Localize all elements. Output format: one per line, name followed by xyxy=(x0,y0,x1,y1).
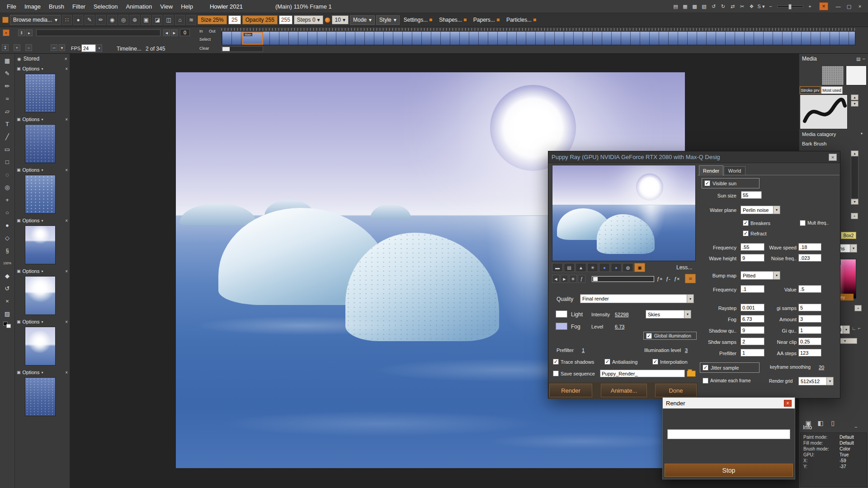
noise-freq-input[interactable] xyxy=(798,254,821,262)
near-clip-input[interactable] xyxy=(798,338,821,345)
wave-height-input[interactable] xyxy=(741,254,764,262)
tool-roundrect-icon[interactable]: □ xyxy=(2,157,13,166)
media-scrollbar[interactable] xyxy=(851,156,859,199)
render-grid-select[interactable]: 512x512 ▾ xyxy=(798,377,834,385)
done-button[interactable]: Done xyxy=(655,384,697,397)
close-icon[interactable]: × xyxy=(65,319,68,324)
style-select[interactable]: Style ▾ xyxy=(376,15,400,25)
tool-gradient-icon[interactable]: ▨ xyxy=(2,309,13,318)
zoom-slider[interactable] xyxy=(777,5,803,8)
mode-camera-icon[interactable]: ▣ xyxy=(634,263,645,272)
render-preview[interactable] xyxy=(552,165,696,261)
tool-zoom-icon[interactable]: ◎ xyxy=(2,183,13,192)
fps-input[interactable] xyxy=(81,44,96,52)
stored-thumbnail[interactable] xyxy=(25,276,56,315)
global-illumination-checkbox[interactable]: ✓ xyxy=(646,333,652,339)
stored-thumbnail[interactable] xyxy=(25,74,56,113)
remove-frame-icon[interactable]: − xyxy=(25,44,32,51)
tool-text-icon[interactable]: T xyxy=(2,119,13,128)
menu-image[interactable]: Image xyxy=(20,1,45,12)
stop-button[interactable]: Stop xyxy=(665,464,793,477)
chevron-down-icon[interactable]: ▾ xyxy=(59,44,65,51)
script-menu[interactable]: S ▾ xyxy=(756,2,766,11)
stored-thumbnail[interactable] xyxy=(25,175,56,214)
mode-sphere-icon[interactable]: ● xyxy=(599,263,610,272)
trace-shadows-checkbox[interactable]: ✓ xyxy=(553,359,559,365)
dialog-titlebar[interactable]: Puppy Ray (GPU) NVIDIA GeForce RTX 2080 … xyxy=(548,151,840,163)
box2-chip[interactable]: Box2 xyxy=(841,232,856,239)
scroll-down-icon[interactable]: ▾ xyxy=(851,199,859,205)
gi-samps-input[interactable] xyxy=(798,304,821,311)
menu-brush[interactable]: Brush xyxy=(45,1,68,12)
gem-icon[interactable]: ❖ xyxy=(747,2,756,11)
illumination-level-link[interactable]: 3 xyxy=(685,347,688,353)
angle-icon[interactable]: ∟ xyxy=(852,326,856,331)
menu-file[interactable]: File xyxy=(3,1,20,12)
less-link[interactable]: Less... xyxy=(676,264,692,271)
shapes-button[interactable]: Shapes... xyxy=(436,15,469,25)
tool-pen-icon[interactable]: ✎ xyxy=(2,69,13,78)
stored-thumbnail[interactable] xyxy=(25,377,56,416)
media-thumb-blank[interactable] xyxy=(846,66,867,85)
pen-icon[interactable]: ✎ xyxy=(85,15,94,25)
layers-icon[interactable]: ▣ xyxy=(17,168,21,172)
mode-globe-icon[interactable]: ● xyxy=(611,263,622,272)
home-icon[interactable]: ⌂ xyxy=(175,15,185,25)
chevron-down-icon[interactable]: ▾ xyxy=(41,320,43,324)
wave-button[interactable]: ≈ xyxy=(685,274,696,283)
layout-icon[interactable]: ▤ xyxy=(671,2,680,11)
new-doc-icon[interactable]: ▯ xyxy=(828,418,838,428)
raystep-input[interactable] xyxy=(741,304,764,311)
scroll-down-icon[interactable]: ▾ xyxy=(851,101,859,107)
intensity-value-link[interactable]: 52298 xyxy=(615,312,629,317)
close-document-button[interactable]: × xyxy=(819,2,828,10)
close-icon[interactable]: × xyxy=(65,370,68,375)
tool-ellipse-select-icon[interactable]: ◌ xyxy=(2,170,13,179)
tool-picker-icon[interactable]: + xyxy=(2,195,13,204)
chevron-down-icon[interactable]: ▾ xyxy=(41,371,43,375)
add-icon[interactable]: + xyxy=(854,305,862,311)
clone-icon[interactable]: ⊕ xyxy=(130,15,140,25)
options-label[interactable]: Options xyxy=(23,218,40,223)
close-icon[interactable]: × xyxy=(65,117,68,122)
options-label[interactable]: Options xyxy=(23,167,40,173)
sun-size-input[interactable] xyxy=(741,191,762,199)
bg-swatch[interactable] xyxy=(6,324,11,328)
in-label[interactable]: In xyxy=(199,29,203,33)
chevron-down-icon[interactable]: ▾ xyxy=(41,168,43,172)
settings-button[interactable]: Settings... xyxy=(401,15,435,25)
chevron-down-icon[interactable]: ▾ xyxy=(41,117,43,122)
tool-diamond-icon[interactable]: ◇ xyxy=(2,233,13,242)
light-color-swatch[interactable] xyxy=(556,310,567,318)
add-frame-icon[interactable]: + xyxy=(14,44,20,51)
close-icon[interactable]: × xyxy=(65,66,68,71)
texture-icon[interactable]: ≋ xyxy=(186,15,196,25)
airbrush-icon[interactable]: ◉ xyxy=(107,15,117,25)
render-button[interactable]: Render xyxy=(549,384,592,397)
timeline-scrollbar[interactable] xyxy=(222,46,263,52)
nav-fn-icon[interactable]: ƒ xyxy=(578,275,585,283)
dab-icon[interactable]: ∷ xyxy=(62,15,72,25)
tool-circle-icon[interactable]: ○ xyxy=(2,208,13,217)
stroke-preview[interactable] xyxy=(800,94,848,129)
mode-flat-icon[interactable]: ▬ xyxy=(552,263,563,272)
tool-line-icon[interactable]: ╱ xyxy=(2,132,13,141)
eye-icon[interactable]: ◉ xyxy=(17,56,21,61)
window-close-button[interactable]: × xyxy=(854,2,865,11)
nav-star-icon[interactable]: ✳ xyxy=(569,275,577,283)
options-label[interactable]: Options xyxy=(23,66,40,71)
mode-terrain-icon[interactable]: ▲ xyxy=(576,263,586,272)
zoom-slider-handle[interactable] xyxy=(788,4,792,9)
tab-world[interactable]: World xyxy=(724,166,745,175)
fn-mul-button[interactable]: ƒ× xyxy=(674,276,680,282)
tool-move-icon[interactable]: ◆ xyxy=(2,271,13,280)
menu-selection[interactable]: Selection xyxy=(90,1,122,12)
mode-star-icon[interactable]: ✳ xyxy=(587,263,598,272)
keyframe-slider[interactable] xyxy=(592,276,654,282)
tool-zoom-100-icon[interactable]: 100% xyxy=(2,258,13,267)
grip-icon[interactable]: ▤ xyxy=(856,56,860,61)
panels-icon[interactable]: ▩ xyxy=(690,2,699,11)
scissors-icon[interactable]: ✂ xyxy=(737,2,747,11)
mirror-v-icon[interactable]: ◫ xyxy=(164,15,174,25)
layers-icon[interactable]: ▣ xyxy=(17,66,21,71)
